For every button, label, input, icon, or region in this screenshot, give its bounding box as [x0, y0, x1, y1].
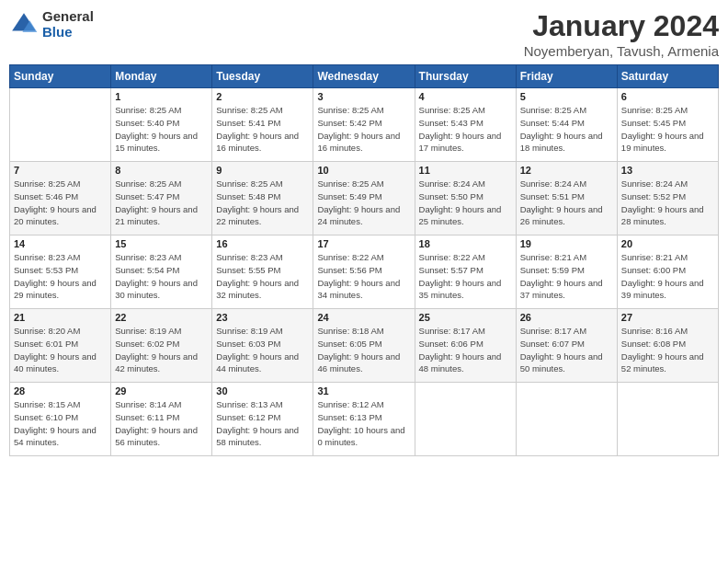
- logo-general: General: [42, 9, 94, 25]
- day-cell: 19Sunrise: 8:21 AMSunset: 5:59 PMDayligh…: [516, 236, 617, 309]
- day-number: 22: [115, 312, 208, 323]
- day-number: 20: [621, 238, 714, 249]
- day-info: Sunrise: 8:24 AMSunset: 5:51 PMDaylight:…: [520, 178, 613, 228]
- header-cell-thursday: Thursday: [415, 65, 516, 88]
- day-cell: 29Sunrise: 8:14 AMSunset: 6:11 PMDayligh…: [111, 383, 212, 456]
- day-number: 12: [520, 165, 613, 176]
- day-info: Sunrise: 8:25 AMSunset: 5:40 PMDaylight:…: [115, 104, 208, 155]
- day-info: Sunrise: 8:23 AMSunset: 5:54 PMDaylight:…: [115, 251, 208, 302]
- day-number: 26: [520, 312, 613, 323]
- logo: General Blue: [9, 9, 94, 40]
- day-cell: 21Sunrise: 8:20 AMSunset: 6:01 PMDayligh…: [10, 309, 111, 383]
- week-row-4: 28Sunrise: 8:15 AMSunset: 6:10 PMDayligh…: [10, 383, 719, 456]
- day-info: Sunrise: 8:16 AMSunset: 6:08 PMDaylight:…: [621, 325, 714, 375]
- week-row-2: 14Sunrise: 8:23 AMSunset: 5:53 PMDayligh…: [10, 236, 719, 309]
- header-cell-monday: Monday: [111, 65, 212, 88]
- day-info: Sunrise: 8:24 AMSunset: 5:50 PMDaylight:…: [419, 178, 512, 228]
- logo-icon: [9, 10, 39, 40]
- day-info: Sunrise: 8:19 AMSunset: 6:02 PMDaylight:…: [115, 325, 208, 375]
- day-cell: 2Sunrise: 8:25 AMSunset: 5:41 PMDaylight…: [212, 88, 313, 162]
- day-number: 8: [115, 165, 208, 176]
- day-cell: 5Sunrise: 8:25 AMSunset: 5:44 PMDaylight…: [516, 88, 617, 162]
- day-number: 1: [115, 91, 208, 102]
- day-cell: [516, 383, 617, 456]
- day-info: Sunrise: 8:23 AMSunset: 5:53 PMDaylight:…: [14, 251, 107, 302]
- day-number: 24: [317, 312, 410, 323]
- day-cell: 8Sunrise: 8:25 AMSunset: 5:47 PMDaylight…: [111, 162, 212, 236]
- day-number: 7: [14, 165, 107, 176]
- week-row-3: 21Sunrise: 8:20 AMSunset: 6:01 PMDayligh…: [10, 309, 719, 383]
- day-cell: 16Sunrise: 8:23 AMSunset: 5:55 PMDayligh…: [212, 236, 313, 309]
- day-cell: 22Sunrise: 8:19 AMSunset: 6:02 PMDayligh…: [111, 309, 212, 383]
- day-cell: [617, 383, 718, 456]
- header-cell-tuesday: Tuesday: [212, 65, 313, 88]
- header: General Blue January 2024 Noyemberyan, T…: [9, 9, 719, 59]
- day-number: 28: [14, 385, 107, 396]
- day-number: 21: [14, 312, 107, 323]
- day-number: 27: [621, 312, 714, 323]
- day-cell: [10, 88, 111, 162]
- day-number: 9: [216, 165, 309, 176]
- day-info: Sunrise: 8:17 AMSunset: 6:06 PMDaylight:…: [419, 325, 512, 375]
- day-number: 4: [419, 91, 512, 102]
- day-info: Sunrise: 8:25 AMSunset: 5:49 PMDaylight:…: [317, 178, 410, 228]
- calendar-title: January 2024: [524, 9, 719, 43]
- day-cell: 26Sunrise: 8:17 AMSunset: 6:07 PMDayligh…: [516, 309, 617, 383]
- day-info: Sunrise: 8:14 AMSunset: 6:11 PMDaylight:…: [115, 398, 208, 449]
- day-cell: 6Sunrise: 8:25 AMSunset: 5:45 PMDaylight…: [617, 88, 718, 162]
- day-number: 2: [216, 91, 309, 102]
- day-cell: 20Sunrise: 8:21 AMSunset: 6:00 PMDayligh…: [617, 236, 718, 309]
- day-info: Sunrise: 8:12 AMSunset: 6:13 PMDaylight:…: [317, 398, 410, 449]
- day-number: 25: [419, 312, 512, 323]
- day-number: 31: [317, 385, 410, 396]
- day-cell: 13Sunrise: 8:24 AMSunset: 5:52 PMDayligh…: [617, 162, 718, 236]
- day-number: 6: [621, 91, 714, 102]
- day-number: 14: [14, 238, 107, 249]
- header-cell-wednesday: Wednesday: [313, 65, 415, 88]
- day-cell: 3Sunrise: 8:25 AMSunset: 5:42 PMDaylight…: [313, 88, 415, 162]
- calendar-subtitle: Noyemberyan, Tavush, Armenia: [524, 43, 719, 59]
- day-info: Sunrise: 8:24 AMSunset: 5:52 PMDaylight:…: [621, 178, 714, 228]
- header-row: SundayMondayTuesdayWednesdayThursdayFrid…: [10, 65, 719, 88]
- day-cell: 25Sunrise: 8:17 AMSunset: 6:06 PMDayligh…: [415, 309, 516, 383]
- day-number: 13: [621, 165, 714, 176]
- day-cell: 24Sunrise: 8:18 AMSunset: 6:05 PMDayligh…: [313, 309, 415, 383]
- day-cell: 11Sunrise: 8:24 AMSunset: 5:50 PMDayligh…: [415, 162, 516, 236]
- day-cell: 10Sunrise: 8:25 AMSunset: 5:49 PMDayligh…: [313, 162, 415, 236]
- day-info: Sunrise: 8:23 AMSunset: 5:55 PMDaylight:…: [216, 251, 309, 302]
- logo-text: General Blue: [42, 9, 94, 40]
- day-number: 29: [115, 385, 208, 396]
- day-info: Sunrise: 8:22 AMSunset: 5:57 PMDaylight:…: [419, 251, 512, 302]
- header-cell-sunday: Sunday: [10, 65, 111, 88]
- day-info: Sunrise: 8:25 AMSunset: 5:46 PMDaylight:…: [14, 178, 107, 228]
- day-info: Sunrise: 8:25 AMSunset: 5:45 PMDaylight:…: [621, 104, 714, 155]
- day-info: Sunrise: 8:21 AMSunset: 6:00 PMDaylight:…: [621, 251, 714, 302]
- day-cell: [415, 383, 516, 456]
- day-cell: 12Sunrise: 8:24 AMSunset: 5:51 PMDayligh…: [516, 162, 617, 236]
- day-cell: 15Sunrise: 8:23 AMSunset: 5:54 PMDayligh…: [111, 236, 212, 309]
- day-cell: 14Sunrise: 8:23 AMSunset: 5:53 PMDayligh…: [10, 236, 111, 309]
- logo-blue: Blue: [42, 25, 94, 40]
- day-cell: 1Sunrise: 8:25 AMSunset: 5:40 PMDaylight…: [111, 88, 212, 162]
- header-cell-saturday: Saturday: [617, 65, 718, 88]
- week-row-0: 1Sunrise: 8:25 AMSunset: 5:40 PMDaylight…: [10, 88, 719, 162]
- day-info: Sunrise: 8:13 AMSunset: 6:12 PMDaylight:…: [216, 398, 309, 449]
- day-cell: 18Sunrise: 8:22 AMSunset: 5:57 PMDayligh…: [415, 236, 516, 309]
- day-cell: 17Sunrise: 8:22 AMSunset: 5:56 PMDayligh…: [313, 236, 415, 309]
- day-number: 11: [419, 165, 512, 176]
- week-row-1: 7Sunrise: 8:25 AMSunset: 5:46 PMDaylight…: [10, 162, 719, 236]
- day-info: Sunrise: 8:25 AMSunset: 5:48 PMDaylight:…: [216, 178, 309, 228]
- day-cell: 30Sunrise: 8:13 AMSunset: 6:12 PMDayligh…: [212, 383, 313, 456]
- day-info: Sunrise: 8:20 AMSunset: 6:01 PMDaylight:…: [14, 325, 107, 375]
- day-info: Sunrise: 8:25 AMSunset: 5:44 PMDaylight:…: [520, 104, 613, 155]
- day-number: 30: [216, 385, 309, 396]
- day-info: Sunrise: 8:17 AMSunset: 6:07 PMDaylight:…: [520, 325, 613, 375]
- day-number: 16: [216, 238, 309, 249]
- day-number: 5: [520, 91, 613, 102]
- day-info: Sunrise: 8:15 AMSunset: 6:10 PMDaylight:…: [14, 398, 107, 449]
- day-number: 3: [317, 91, 410, 102]
- calendar-body: 1Sunrise: 8:25 AMSunset: 5:40 PMDaylight…: [10, 88, 719, 456]
- day-number: 18: [419, 238, 512, 249]
- day-cell: 23Sunrise: 8:19 AMSunset: 6:03 PMDayligh…: [212, 309, 313, 383]
- day-info: Sunrise: 8:25 AMSunset: 5:43 PMDaylight:…: [419, 104, 512, 155]
